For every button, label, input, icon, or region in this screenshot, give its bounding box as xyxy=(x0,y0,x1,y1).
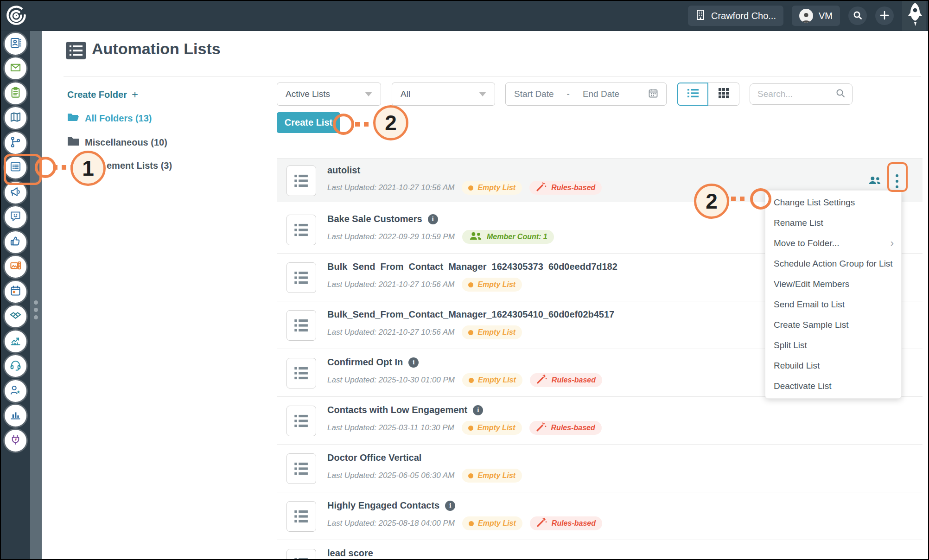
sidebar-secondary-rail xyxy=(30,31,42,560)
last-updated-text: Last Updated: 2021-10-27 10:56 AM xyxy=(327,280,454,289)
global-search-button[interactable] xyxy=(848,6,867,25)
selected-value: All xyxy=(401,89,410,99)
user-star-icon xyxy=(9,384,22,398)
folder-item-miscellaneous[interactable]: Miscellaneous (10) xyxy=(67,136,167,149)
search-icon xyxy=(853,10,863,22)
status-dot-icon xyxy=(468,330,473,335)
menu-item-label: Schedule Action Group for List xyxy=(774,259,893,269)
info-icon[interactable]: i xyxy=(445,501,455,511)
status-dot-icon xyxy=(468,473,473,478)
date-range-filter[interactable]: Start Date - End Date xyxy=(505,83,667,106)
menu-item-label: View/Edit Members xyxy=(774,279,849,289)
sidebar-item-social[interactable] xyxy=(5,231,26,253)
info-icon[interactable]: i xyxy=(428,214,438,224)
header-divider xyxy=(64,76,921,76)
list-item-icon xyxy=(286,165,316,196)
menu-item-split-list[interactable]: Split List xyxy=(765,335,901,356)
chevron-down-icon xyxy=(365,92,372,96)
create-folder-link[interactable]: Create Folder + xyxy=(67,88,138,101)
table-row[interactable]: Highly Engaged ContactsiLast Updated: 20… xyxy=(277,492,923,540)
last-updated-text: Last Updated: 2021-10-27 10:56 AM xyxy=(327,183,454,192)
menu-item-change-list-settings[interactable]: Change List Settings xyxy=(765,192,901,213)
launchpad-panel[interactable] xyxy=(902,1,926,31)
account-name: Crawford Cho... xyxy=(711,11,776,21)
closed-folder-icon xyxy=(67,136,79,149)
clipboard-icon xyxy=(9,86,22,101)
sidebar-item-growth[interactable] xyxy=(5,331,26,352)
grid-view-button[interactable] xyxy=(708,83,739,106)
menu-item-label: Split List xyxy=(774,340,807,350)
status-dot-icon xyxy=(468,185,473,191)
last-updated-text: Last Updated: 2025-06-05 06:30 AM xyxy=(327,471,454,480)
menu-item-view-edit-members[interactable]: View/Edit Members xyxy=(765,274,901,294)
menu-item-label: Move to Folder... xyxy=(774,238,840,248)
sidebar-item-broadcasts[interactable] xyxy=(5,182,26,204)
menu-item-move-to-folder[interactable]: Move to Folder...› xyxy=(765,233,901,254)
table-row[interactable]: lead score xyxy=(277,540,923,560)
sidebar-item-integrations[interactable] xyxy=(5,430,26,452)
list-item-icon xyxy=(286,453,316,484)
menu-item-label: Send Email to List xyxy=(774,299,845,310)
info-icon[interactable]: i xyxy=(473,405,483,415)
menu-item-send-email-to-list[interactable]: Send Email to List xyxy=(765,294,901,315)
table-row[interactable]: Contacts with Low EngagementiLast Update… xyxy=(277,397,923,445)
list-status-filter-select[interactable]: Active Lists xyxy=(277,83,381,106)
sidebar-item-calendar[interactable] xyxy=(5,281,26,303)
list-title: autolist xyxy=(327,165,360,176)
search-input[interactable] xyxy=(757,89,832,100)
account-selector-button[interactable]: Crawford Cho... xyxy=(688,6,783,26)
status-dot-icon xyxy=(468,282,473,287)
list-type-filter-select[interactable]: All xyxy=(392,83,495,106)
status-dot-icon xyxy=(468,426,473,431)
app-sidebar xyxy=(1,31,30,560)
folder-item-all-folders[interactable]: All Folders (13) xyxy=(67,112,152,125)
app-window: Crawford Cho... VM xyxy=(0,0,929,560)
sidebar-item-media[interactable] xyxy=(5,256,26,278)
sidebar-item-leads[interactable] xyxy=(5,380,26,402)
user-menu-button[interactable]: VM xyxy=(792,6,840,26)
list-view-button[interactable] xyxy=(677,83,708,106)
menu-item-schedule-action-group-for-list[interactable]: Schedule Action Group for List xyxy=(765,254,901,274)
table-row[interactable]: Doctor Office VerticalLast Updated: 2025… xyxy=(277,445,923,492)
sidebar-item-tasks[interactable] xyxy=(5,83,26,104)
badge-rules: Rules-based xyxy=(529,181,602,195)
open-folder-icon xyxy=(67,112,79,125)
list-item-icon xyxy=(286,215,316,245)
sidebar-item-campaigns[interactable] xyxy=(5,107,26,129)
quick-add-button[interactable] xyxy=(875,6,894,25)
sidebar-item-support[interactable] xyxy=(5,355,26,377)
view-mode-toggle xyxy=(677,83,739,106)
menu-item-create-sample-list[interactable]: Create Sample List xyxy=(765,315,901,335)
badge-empty: Empty List xyxy=(462,469,522,483)
folder-item-engagement-lists[interactable]: ement Lists (3) xyxy=(107,160,172,171)
selected-value: Active Lists xyxy=(286,89,330,99)
flow-branch-icon xyxy=(9,136,22,150)
view-members-icon[interactable] xyxy=(868,175,882,188)
folder-label: Miscellaneous (10) xyxy=(85,137,167,148)
menu-item-rebuild-list[interactable]: Rebuild List xyxy=(765,356,901,376)
plus-icon xyxy=(879,10,890,22)
last-updated-text: Last Updated: 2025-10-30 01:00 PM xyxy=(327,375,455,385)
info-icon[interactable]: i xyxy=(408,357,419,368)
plus-icon: + xyxy=(132,88,138,101)
sidebar-item-feedback[interactable] xyxy=(5,206,26,228)
start-date-placeholder: Start Date xyxy=(514,89,554,99)
panel-drag-handle[interactable] xyxy=(34,300,38,319)
badge-rules: Rules-based xyxy=(529,421,602,435)
plug-icon xyxy=(9,433,22,448)
menu-item-deactivate-list[interactable]: Deactivate List xyxy=(765,376,901,396)
create-list-button[interactable]: Create List xyxy=(277,112,340,133)
kebab-menu-icon[interactable] xyxy=(892,172,902,191)
page-title: Automation Lists xyxy=(92,40,221,58)
sidebar-item-deals[interactable] xyxy=(5,305,26,327)
sidebar-item-automation-lists[interactable] xyxy=(5,157,26,178)
brand-logo-icon[interactable] xyxy=(6,5,27,26)
magic-wand-icon xyxy=(536,421,547,434)
badge-rules: Rules-based xyxy=(530,373,602,387)
sidebar-item-automations[interactable] xyxy=(5,132,26,154)
sidebar-item-contacts[interactable] xyxy=(5,33,26,55)
annotation-dotted-line-2a xyxy=(355,122,373,127)
sidebar-item-reports[interactable] xyxy=(5,405,26,426)
sidebar-item-email[interactable] xyxy=(5,57,26,79)
menu-item-rename-list[interactable]: Rename List xyxy=(765,213,901,233)
